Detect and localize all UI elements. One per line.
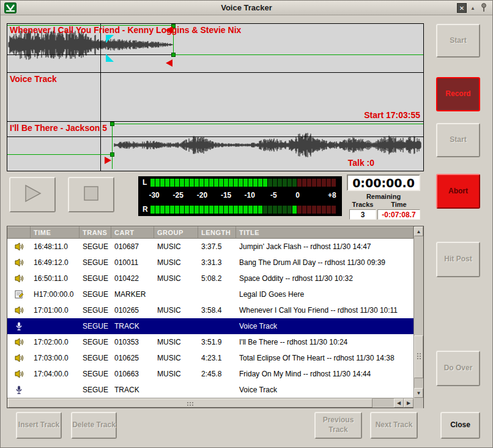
column-header-length[interactable]: LENGTH [198, 226, 236, 239]
play-button[interactable] [9, 177, 56, 212]
speaker-icon [7, 274, 31, 283]
speaker-icon [7, 258, 31, 267]
do-over-button[interactable]: Do Over [436, 351, 480, 386]
log-row[interactable]: 16:48:11.0SEGUE010687MUSIC3:37.5Jumpin' … [7, 239, 413, 255]
cell-length: 4:23.1 [198, 354, 236, 362]
abort-button[interactable]: Abort [436, 174, 480, 209]
cell-group: MUSIC [154, 370, 198, 378]
cell-cart: MARKER [111, 290, 154, 299]
hit-post-button[interactable]: Hit Post [436, 242, 480, 277]
cell-title: Space Oddity -- rdhost 11/30 10:32 [236, 274, 413, 283]
meter-left-bar [150, 179, 338, 187]
cell-group: MUSIC [154, 354, 198, 362]
track-2-start-time: Start 17:03:55 [364, 110, 420, 120]
cell-trans: SEGUE [80, 274, 111, 283]
horizontal-scrollbar[interactable]: ◀ ▶ [7, 398, 413, 408]
log-row[interactable]: 17:04:00.0SEGUE010663MUSIC2:45.8Friday O… [7, 366, 413, 382]
vertical-scrollbar-thumb[interactable] [414, 335, 423, 378]
cell-cart: 010265 [111, 306, 154, 315]
track-start-line[interactable] [112, 124, 113, 169]
previous-track-button[interactable]: Previous Track [314, 412, 362, 439]
log-table-header: TIMETRANSCARTGROUPLENGTHTITLE [7, 226, 413, 239]
track-voice-track[interactable]: Voice Track Start 17:03:55 [7, 73, 423, 122]
segue-start-marker[interactable] [105, 157, 111, 164]
delete-track-button[interactable]: Delete Track [71, 412, 117, 439]
cell-trans: SEGUE [80, 354, 111, 362]
cell-title: Voice Track [236, 322, 413, 330]
scroll-right-icon[interactable]: ▶ [404, 398, 413, 408]
cell-trans: SEGUE [80, 290, 111, 299]
window-shade-icon[interactable]: ▲ [468, 3, 478, 13]
cell-time: 17:01:00.0 [31, 306, 80, 315]
segue-end-marker-bottom[interactable] [166, 59, 172, 67]
log-row[interactable]: 17:03:00.0SEGUE010625MUSIC4:23.1Total Ec… [7, 350, 413, 366]
remaining-tracks-label: Tracks [349, 201, 376, 208]
thumb-grip [417, 353, 418, 354]
column-header-time[interactable]: TIME [31, 226, 80, 239]
stop-icon [83, 185, 100, 205]
cell-length: 3:31.3 [198, 258, 236, 267]
remaining-label: Remaining [347, 193, 420, 201]
log-table-body: 16:48:11.0SEGUE010687MUSIC3:37.5Jumpin' … [7, 239, 413, 398]
cell-trans: SEGUE [80, 258, 111, 267]
cell-time: 16:48:11.0 [31, 242, 80, 251]
start-button-1[interactable]: Start [436, 24, 480, 58]
cell-cart: 010625 [111, 354, 154, 362]
track-previous-event[interactable]: Whenever I Call You Friend - Kenny Loggi… [7, 24, 423, 73]
start-button-2[interactable]: Start [436, 123, 480, 157]
column-header-icon[interactable] [7, 226, 31, 239]
cell-trans: SEGUE [80, 242, 111, 251]
cell-title: Total Eclipse Of The Heart -- rdhost 11/… [236, 354, 413, 362]
level-envelope-line [7, 154, 112, 155]
track-1-title: Whenever I Call You Friend - Kenny Loggi… [10, 25, 241, 35]
cell-time: H17:00:00.0 [31, 290, 80, 299]
horizontal-scrollbar-thumb[interactable] [8, 398, 373, 408]
window-pin-icon[interactable] [480, 2, 489, 13]
close-button[interactable]: Close [440, 412, 480, 439]
segue-end-marker-top[interactable] [166, 26, 172, 34]
window-close-icon[interactable]: ✕ [457, 3, 467, 13]
cell-cart: TRACK [111, 322, 154, 330]
cell-time: 16:49:12.0 [31, 258, 80, 267]
column-header-group[interactable]: GROUP [154, 226, 198, 239]
log-row[interactable]: 16:49:12.0SEGUE010011MUSIC3:31.3Bang The… [7, 255, 413, 271]
track-next-event[interactable]: I'll Be There - Jackson 5 Talk :0 [7, 122, 423, 171]
cell-trans: SEGUE [80, 322, 111, 330]
start-handle-bottom[interactable] [110, 152, 114, 157]
scroll-up-icon[interactable]: ▲ [414, 226, 423, 236]
scroll-down-icon[interactable]: ▼ [414, 388, 423, 398]
cell-title: Voice Track [236, 386, 413, 394]
insert-track-button[interactable]: Insert Track [16, 412, 62, 439]
next-track-button[interactable]: Next Track [370, 412, 418, 439]
play-icon [21, 182, 43, 207]
speaker-icon [7, 353, 31, 363]
log-row[interactable]: H17:00:00.0SEGUEMARKERLegal ID Goes Here [7, 286, 413, 302]
talk-marker-bottom[interactable] [106, 54, 114, 62]
stop-button[interactable] [68, 177, 114, 212]
start-handle-top[interactable] [110, 122, 114, 126]
record-button[interactable]: Record [436, 77, 480, 111]
log-row[interactable]: SEGUETRACKVoice Track [7, 382, 413, 398]
cell-group: MUSIC [154, 242, 198, 251]
log-table: TIMETRANSCARTGROUPLENGTHTITLE 16:48:11.0… [7, 226, 424, 408]
cell-time: 17:02:00.0 [31, 338, 80, 346]
talk-marker-top[interactable] [106, 35, 114, 43]
log-row[interactable]: SEGUETRACKVoice Track [7, 318, 413, 334]
column-header-title[interactable]: TITLE [236, 226, 413, 239]
cell-title: I'll Be There -- rdhost 11/30 10:24 [236, 338, 413, 346]
track-3-divider [7, 136, 423, 137]
log-row[interactable]: 17:02:00.0SEGUE010353MUSIC3:51.9I'll Be … [7, 334, 413, 350]
log-row[interactable]: 17:01:00.0SEGUE010265MUSIC3:58.4Whenever… [7, 302, 413, 318]
audio-meter-panel: L -30-25-20-15-10-50+8 R [138, 176, 342, 216]
column-header-cart[interactable]: CART [111, 226, 154, 239]
column-header-trans[interactable]: TRANS [80, 226, 111, 239]
log-row[interactable]: 16:50:11.0SEGUE010422MUSIC5:08.2Space Od… [7, 271, 413, 286]
meter-scale: -30-25-20-15-10-50+8 [150, 191, 338, 201]
cell-title: Friday On My Mind -- rdhost 11/30 14:44 [236, 370, 413, 378]
vertical-scrollbar[interactable]: ▲ ▼ [413, 226, 423, 398]
fade-handle-bottom[interactable] [171, 53, 176, 57]
speaker-icon [7, 242, 31, 252]
scroll-left-icon[interactable]: ◀ [394, 398, 404, 408]
cell-length: 3:37.5 [198, 242, 236, 251]
titlebar[interactable]: Voice Tracker ✕ ▲ [1, 1, 492, 15]
